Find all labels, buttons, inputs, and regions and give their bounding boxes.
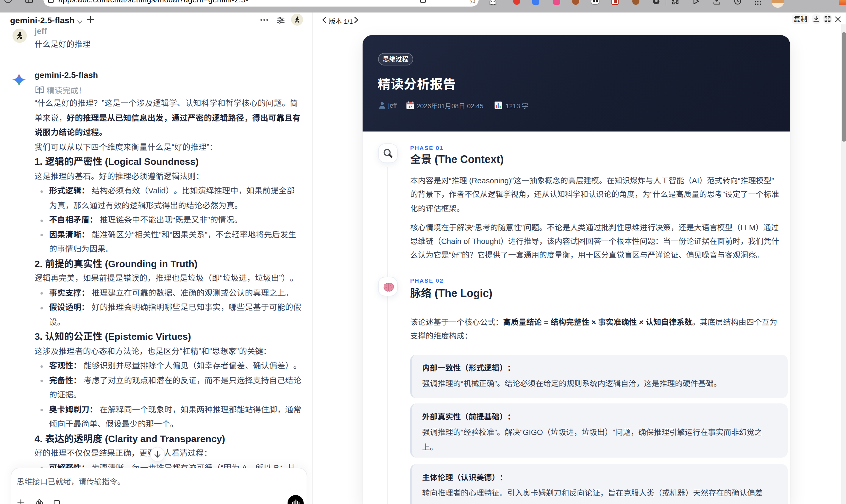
svg-text:17: 17 xyxy=(409,105,412,109)
